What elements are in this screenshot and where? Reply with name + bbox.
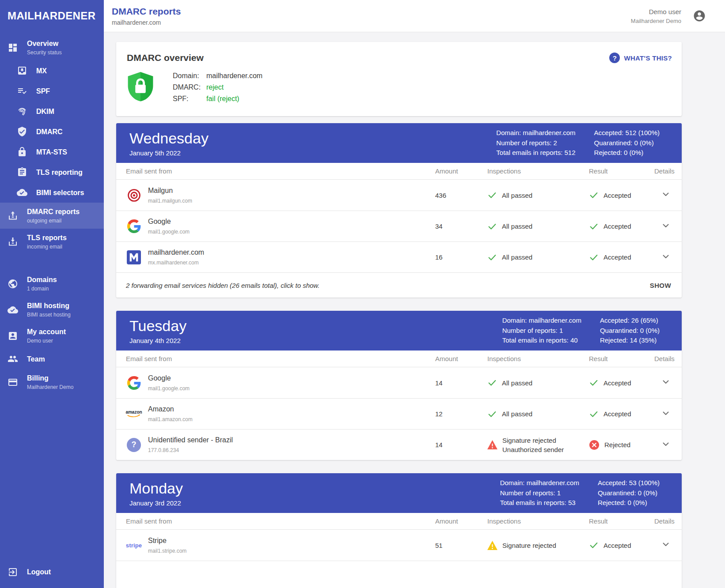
inspections-status: All passed [487, 222, 589, 231]
sender-domain: mail1.google.com [148, 385, 190, 392]
amazon-icon: amazon [126, 410, 142, 418]
sidebar-item-text: BillingMailhardener Demo [27, 374, 73, 390]
sidebar-item-subtitle: Demo user [27, 338, 66, 344]
chevron-down-icon[interactable] [660, 251, 671, 264]
details-toggle[interactable] [654, 220, 672, 233]
sidebar-item-tls-reporting[interactable]: TLS reporting [0, 162, 104, 182]
google-icon [126, 376, 142, 390]
user-organization: Mailhardener Demo [631, 18, 681, 24]
amount-value: 51 [435, 542, 487, 549]
sender-cell: stripe Stripe mail1.stripe.com [126, 537, 435, 554]
details-toggle[interactable] [654, 189, 672, 201]
report-row[interactable]: mailhardener.com mx.mailhardener.com 16 … [116, 241, 682, 272]
sidebar-item-text: Domains1 domain [27, 275, 57, 292]
sender-domain: mail1.stripe.com [148, 548, 186, 554]
column-header-details: Details [654, 355, 676, 362]
amount-value: 14 [435, 441, 487, 449]
day-name: Wednesday [129, 130, 209, 147]
result-label: Accepted [604, 192, 631, 199]
sidebar-item-dmarc[interactable]: DMARC [0, 121, 104, 142]
report-row[interactable]: Google mail1.google.com 34 All passed Ac… [116, 211, 682, 241]
check-icon [487, 190, 497, 200]
column-header-inspections: Inspections [487, 167, 589, 175]
result-status: Rejected [589, 440, 654, 450]
result-label: Accepted [604, 542, 631, 549]
user-menu[interactable]: Demo user Mailhardener Demo [631, 8, 706, 24]
report-row[interactable]: Mailgun mail1.mailgun.com 436 All passed… [116, 180, 682, 211]
shield-check-icon [17, 126, 27, 137]
report-row[interactable]: amazon Amazon mail1.amazon.com 12 All pa… [116, 398, 682, 429]
sidebar-item-my-account[interactable]: My accountDemo user [0, 323, 104, 349]
details-toggle[interactable] [654, 251, 672, 264]
amount-value: 14 [435, 379, 487, 387]
sidebar-item-dkim[interactable]: DKIM [0, 101, 104, 121]
app-logo: MAILHARDENER [0, 0, 104, 34]
result-status: Accepted [589, 378, 654, 388]
day-stat: Number of reports: 1 [502, 326, 581, 336]
credit-card-icon [8, 377, 18, 388]
chevron-down-icon[interactable] [660, 408, 671, 420]
sidebar-item-mta-sts[interactable]: MTA-STS [0, 142, 104, 162]
sidebar-item-label: SPF [36, 87, 50, 95]
hidden-services-row[interactable]: 2 forwarding email services hidden (26 e… [116, 272, 682, 298]
sidebar-item-bimi-hosting[interactable]: BIMI hostingBIMI asset hosting [0, 297, 104, 323]
whats-this-link[interactable]: ? WHAT'S THIS? [609, 53, 672, 63]
result-label: Accepted [604, 410, 631, 418]
playlist-check-icon [17, 86, 27, 96]
sidebar-item-tls-reports[interactable]: TLS reportsincoming email [0, 229, 104, 255]
sender-name: Mailgun [148, 187, 192, 195]
day-title-block: Tuesday January 4th 2022 [129, 317, 186, 344]
day-date: January 5th 2022 [129, 149, 209, 157]
chevron-down-icon[interactable] [660, 189, 671, 201]
sender-domain: mail1.amazon.com [148, 416, 193, 422]
sidebar-item-label: DMARC [36, 128, 63, 136]
report-row[interactable]: stripe Stripe mail1.stripe.com 51 Signat… [116, 530, 682, 561]
sidebar-item-mx[interactable]: MX [0, 60, 104, 81]
chevron-down-icon[interactable] [660, 439, 671, 451]
report-row[interactable]: ? Unidentified sender - Brazil 177.0.86.… [116, 429, 682, 460]
sidebar-item-dmarc-reports[interactable]: DMARC reportsoutgoing email [0, 203, 104, 229]
sidebar-item-text: MX [36, 67, 47, 75]
sidebar-item-text: DMARC [36, 128, 63, 136]
sidebar-item-logout[interactable]: Logout [0, 560, 104, 588]
fingerprint-icon [17, 106, 27, 117]
sidebar-item-label: Billing [27, 374, 73, 382]
inspection-label: All passed [502, 409, 532, 418]
report-row[interactable]: Google mail1.google.com 14 All passed Ac… [116, 367, 682, 398]
overview-field-dmarc: DMARC: reject [173, 82, 262, 93]
sidebar-item-team[interactable]: Team [0, 349, 104, 369]
day-title-block: Monday January 3rd 2022 [129, 480, 183, 507]
sidebar-item-label: MTA-STS [36, 148, 67, 156]
column-header-inspections: Inspections [487, 517, 589, 525]
sidebar-item-domains[interactable]: Domains1 domain [0, 271, 104, 297]
sidebar-item-text: DMARC reportsoutgoing email [27, 207, 80, 224]
chevron-down-icon[interactable] [660, 539, 671, 551]
sidebar-item-subtitle: outgoing email [27, 218, 80, 224]
chevron-down-icon[interactable] [660, 377, 671, 389]
check-icon [589, 540, 599, 550]
show-button[interactable]: SHOW [649, 278, 672, 293]
day-stat: Domain: mailhardener.com [502, 316, 581, 326]
sidebar-item-billing[interactable]: BillingMailhardener Demo [0, 369, 104, 395]
unknown-icon: ? [126, 438, 142, 452]
sidebar-item-label: MX [36, 67, 47, 75]
day-stat: Accepted: 512 (100%) [594, 128, 660, 138]
details-toggle[interactable] [654, 539, 672, 551]
sidebar-item-spf[interactable]: SPF [0, 81, 104, 101]
avatar-icon[interactable] [693, 9, 706, 23]
day-stat: Total emails in reports: 40 [502, 335, 581, 346]
day-card-tuesday: Tuesday January 4th 2022 Domain: mailhar… [116, 311, 682, 460]
cloud-check-icon [8, 305, 18, 315]
sidebar-item-bimi-selectors[interactable]: BIMI selectors [0, 182, 104, 203]
details-toggle[interactable] [654, 439, 672, 451]
amount-value: 436 [435, 192, 487, 199]
details-toggle[interactable] [654, 408, 672, 420]
inspections-status: All passed [487, 253, 589, 262]
details-toggle[interactable] [654, 377, 672, 389]
lock-icon [17, 147, 27, 157]
people-icon [8, 354, 18, 364]
sidebar-item-overview[interactable]: OverviewSecurity status [0, 34, 104, 60]
hidden-services-text: 2 forwarding email services hidden (26 e… [126, 282, 320, 289]
chevron-down-icon[interactable] [660, 220, 671, 233]
sidebar: MAILHARDENER OverviewSecurity statusMXSP… [0, 0, 104, 588]
